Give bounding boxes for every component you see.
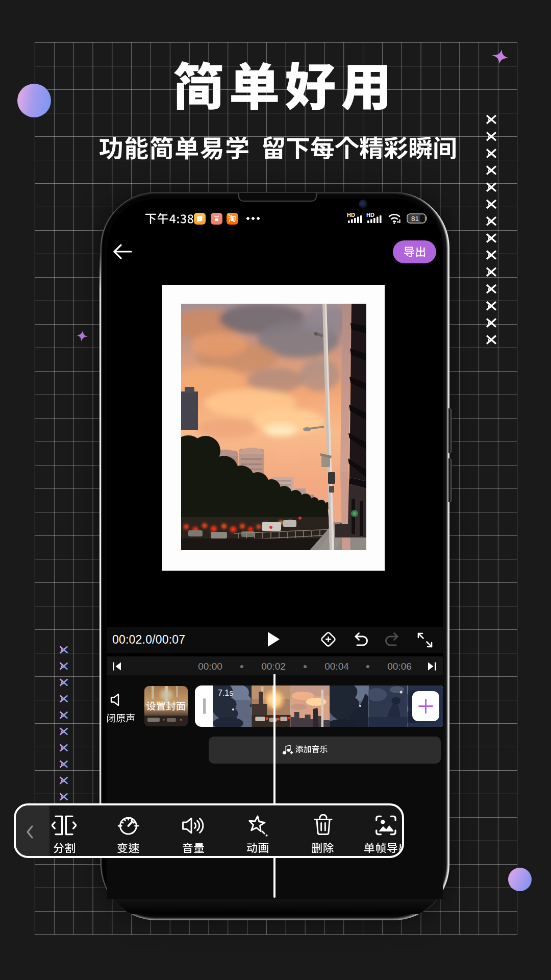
svg-text:HD: HD <box>347 212 355 218</box>
svg-text:81: 81 <box>411 215 419 223</box>
svg-text:HD: HD <box>366 212 374 218</box>
